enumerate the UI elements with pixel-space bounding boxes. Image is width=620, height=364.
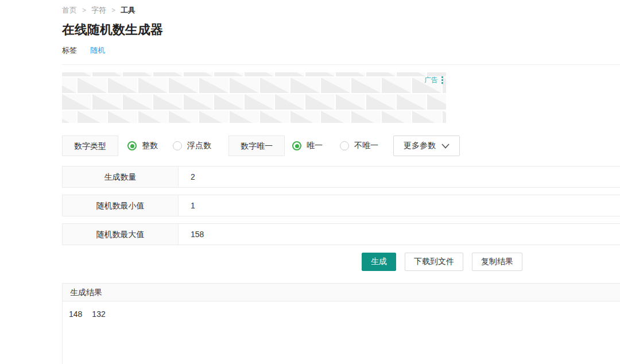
brick <box>153 94 183 110</box>
radio-float-icon[interactable] <box>173 141 182 150</box>
results-body: 148 132 <box>63 301 620 319</box>
count-field-label: 生成数量 <box>63 166 179 187</box>
brick <box>92 94 122 110</box>
number-type-label: 数字类型 <box>62 135 118 156</box>
brick <box>169 111 198 123</box>
result-value: 148 <box>69 309 82 319</box>
brick <box>184 94 213 110</box>
brick <box>169 78 198 93</box>
breadcrumb-item-tools: 工具 <box>121 5 135 16</box>
max-field-label: 随机数最大值 <box>63 224 179 245</box>
uniqueness-label: 数字唯一 <box>228 135 285 156</box>
brick <box>245 94 274 110</box>
copy-result-button[interactable]: 复制结果 <box>472 253 522 271</box>
radio-float[interactable]: 浮点数 <box>173 141 211 151</box>
brick <box>366 72 396 76</box>
form-area: 生成数量 随机数最小值 随机数最大值 <box>62 166 620 245</box>
generate-button[interactable]: 生成 <box>362 253 396 271</box>
brick <box>321 111 350 123</box>
brick <box>305 72 335 76</box>
brick <box>62 94 91 110</box>
brick <box>351 78 381 93</box>
brick <box>199 78 228 93</box>
brick <box>290 111 320 123</box>
ad-label: 广告 <box>424 75 438 85</box>
brick <box>62 78 76 93</box>
radio-unique[interactable]: 唯一 <box>292 141 323 151</box>
brick <box>427 94 446 110</box>
results-panel: 生成结果 148 132 <box>62 283 620 364</box>
breadcrumb-separator: > <box>82 6 86 14</box>
brick <box>230 111 259 123</box>
breadcrumb-item-home[interactable]: 首页 <box>62 5 77 16</box>
radio-float-label: 浮点数 <box>187 141 211 151</box>
brick <box>92 72 122 76</box>
breadcrumb-item-characters[interactable]: 字符 <box>91 5 106 16</box>
brick <box>245 72 274 76</box>
brick <box>138 78 168 93</box>
result-value: 132 <box>92 309 105 319</box>
radio-integer[interactable]: 整数 <box>127 141 158 151</box>
divider <box>62 64 620 65</box>
brick <box>397 72 426 76</box>
brick <box>184 72 213 76</box>
breadcrumb: 首页 > 字符 > 工具 <box>62 0 620 16</box>
brick <box>78 111 107 123</box>
brick <box>108 78 137 93</box>
brick <box>305 94 335 110</box>
brick <box>108 111 137 123</box>
brick <box>123 72 152 76</box>
brick <box>336 72 365 76</box>
tag-random-link[interactable]: 随机 <box>90 45 105 56</box>
brick-row <box>62 111 446 123</box>
page-title: 在线随机数生成器 <box>62 22 620 37</box>
brick <box>123 94 152 110</box>
controls-row: 数字类型 整数 浮点数 数字唯一 唯一 不唯一 更多参数 <box>62 135 620 156</box>
brick <box>275 72 304 76</box>
radio-unique-icon[interactable] <box>292 141 301 150</box>
form-row-max: 随机数最大值 <box>62 223 620 245</box>
tags-label: 标签 <box>62 45 77 56</box>
brick <box>412 111 441 123</box>
brick <box>382 111 411 123</box>
brick <box>153 72 183 76</box>
form-row-min: 随机数最小值 <box>62 195 620 216</box>
brick <box>382 78 411 93</box>
more-vert-icon[interactable] <box>441 76 444 84</box>
radio-unique-label: 唯一 <box>307 141 323 151</box>
radio-not-unique[interactable]: 不唯一 <box>340 141 378 151</box>
brick <box>366 94 396 110</box>
brick <box>290 78 320 93</box>
radio-not-unique-icon[interactable] <box>340 141 349 150</box>
tags-row: 标签 随机 <box>62 45 620 56</box>
chevron-down-icon <box>441 144 450 149</box>
brick <box>214 72 243 76</box>
radio-integer-label: 整数 <box>142 141 158 151</box>
page: 首页 > 字符 > 工具 在线随机数生成器 标签 随机 广告 数字类型 <box>0 0 620 364</box>
brick <box>230 78 259 93</box>
radio-integer-icon[interactable] <box>127 141 137 150</box>
ad-flag: 广告 <box>424 75 444 85</box>
brick <box>321 78 350 93</box>
brick <box>62 111 76 123</box>
more-params-label: 更多参数 <box>404 141 436 151</box>
more-params-button[interactable]: 更多参数 <box>393 135 460 156</box>
brick-row <box>62 72 446 76</box>
brick <box>260 78 289 93</box>
brick <box>351 111 381 123</box>
count-input[interactable] <box>179 166 620 187</box>
brick-row <box>62 78 446 93</box>
radio-not-unique-label: 不唯一 <box>354 141 378 151</box>
form-row-count: 生成数量 <box>62 166 620 188</box>
brick <box>78 78 107 93</box>
brick <box>275 94 304 110</box>
brick <box>260 111 289 123</box>
brick <box>336 94 365 110</box>
min-input[interactable] <box>179 195 620 216</box>
brick <box>443 111 446 123</box>
download-button[interactable]: 下载到文件 <box>405 253 463 271</box>
brick <box>397 94 426 110</box>
actions-row: 生成 下载到文件 复制结果 <box>362 253 620 271</box>
brick-row <box>62 94 446 110</box>
max-input[interactable] <box>179 224 620 245</box>
